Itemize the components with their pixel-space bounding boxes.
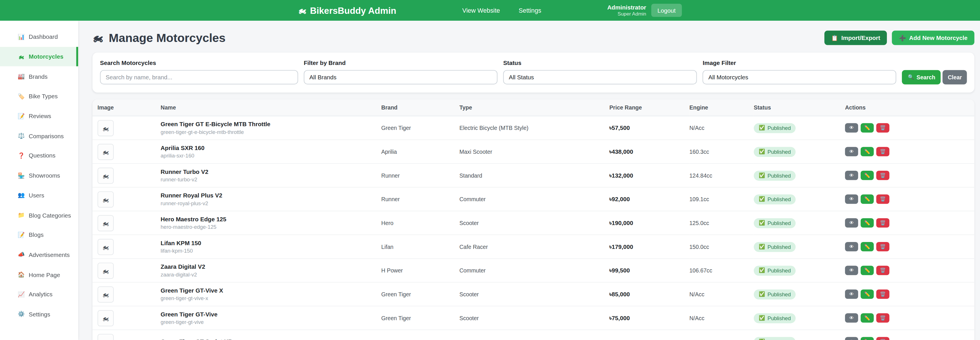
view-button[interactable]: 👁 [845, 123, 858, 133]
nav-link-view-website[interactable]: View Website [462, 7, 500, 14]
engine-cell: N/Acc [689, 116, 754, 140]
sidebar-item-label: Analytics [29, 291, 52, 298]
nav-link-settings[interactable]: Settings [519, 7, 541, 14]
scale-icon: ⚖️ [18, 133, 25, 139]
status-label: Published [767, 338, 791, 340]
sidebar-item-advertisements[interactable]: 📣Advertisements [0, 245, 78, 265]
sidebar-item-home-page[interactable]: 🏠Home Page [0, 265, 78, 284]
name-cell: Runner Turbo V2runner-turbo-v2 [161, 164, 381, 187]
view-button[interactable]: 👁 [845, 289, 858, 299]
trash-icon: 🗑️ [880, 220, 886, 226]
view-button[interactable]: 👁 [845, 337, 858, 340]
sidebar-item-showrooms[interactable]: 🏪Showrooms [0, 166, 78, 185]
check-icon: ✅ [759, 220, 765, 226]
sidebar-item-label: Reviews [29, 113, 51, 120]
sidebar-item-users[interactable]: 👥Users [0, 185, 78, 205]
motorcycle-slug: green-tiger-gt-vive [161, 319, 381, 325]
memo-icon: 📝 [18, 113, 25, 119]
edit-button[interactable]: ✏️ [861, 171, 874, 180]
delete-button[interactable]: 🗑️ [876, 147, 889, 156]
delete-button[interactable]: 🗑️ [876, 218, 889, 228]
price-cell: ৳132,000 [609, 164, 689, 187]
table-row: 🏍Hero Maestro Edge 125hero-maestro-edge-… [92, 211, 974, 235]
status-filter-label: Status [503, 59, 697, 66]
sidebar-item-reviews[interactable]: 📝Reviews [0, 106, 78, 126]
sidebar-item-blogs[interactable]: 📝Blogs [0, 225, 78, 245]
sidebar-item-dashboard[interactable]: 📊Dashboard [0, 27, 78, 47]
sidebar-item-motorcycles[interactable]: 🏍Motorcycles [0, 46, 78, 66]
sidebar-item-bike-types[interactable]: 🏷️Bike Types [0, 86, 78, 106]
sidebar-item-brands[interactable]: 🏭Brands [0, 66, 78, 86]
sidebar-item-settings[interactable]: ⚙️Settings [0, 304, 78, 324]
edit-button[interactable]: ✏️ [861, 218, 874, 228]
motorcycle-slug: aprilia-sxr-160 [161, 153, 381, 159]
name-cell: Green Tiger GT-Sprint XR [161, 330, 381, 340]
logout-button[interactable]: Logout [651, 4, 682, 17]
motorcycle-thumbnail: 🏍 [97, 334, 114, 340]
sidebar-item-questions[interactable]: ❓Questions [0, 146, 78, 166]
delete-button[interactable]: 🗑️ [876, 337, 889, 340]
sidebar-item-label: Brands [29, 73, 48, 80]
sidebar-item-blog-categories[interactable]: 📁Blog Categories [0, 205, 78, 225]
add-new-motorcycle-button[interactable]: ➕ Add New Motorcycle [892, 31, 974, 45]
delete-button[interactable]: 🗑️ [876, 123, 889, 133]
price-value: ৳85,000 [609, 290, 630, 297]
status-badge: ✅Published [754, 194, 796, 204]
edit-button[interactable]: ✏️ [861, 123, 874, 133]
brand-filter-select[interactable]: All Brands [304, 70, 498, 85]
sidebar-item-label: Comparisons [29, 132, 64, 139]
view-button[interactable]: 👁 [845, 147, 858, 156]
pencil-icon: ✏️ [864, 149, 870, 155]
delete-button[interactable]: 🗑️ [876, 289, 889, 299]
edit-button[interactable]: ✏️ [861, 147, 874, 156]
image-filter-group: Image Filter All Motorcycles [703, 59, 897, 85]
sidebar-item-comparisons[interactable]: ⚖️Comparisons [0, 126, 78, 146]
image-cell: 🏍 [92, 187, 161, 211]
clear-button[interactable]: Clear [943, 70, 967, 85]
edit-button[interactable]: ✏️ [861, 195, 874, 204]
status-label: Published [767, 315, 791, 321]
image-filter-select[interactable]: All Motorcycles [703, 70, 897, 85]
delete-button[interactable]: 🗑️ [876, 313, 889, 323]
delete-button[interactable]: 🗑️ [876, 266, 889, 275]
name-cell: Green Tiger GT-Vivegreen-tiger-gt-vive [161, 306, 381, 330]
status-cell: ✅Published [754, 211, 845, 235]
status-badge: ✅Published [754, 171, 796, 180]
edit-button[interactable]: ✏️ [861, 266, 874, 275]
brand-cell: H Power [381, 259, 460, 283]
sidebar-item-label: Users [29, 192, 44, 199]
search-input[interactable] [100, 70, 298, 85]
view-button[interactable]: 👁 [845, 242, 858, 252]
view-button[interactable]: 👁 [845, 171, 858, 180]
sidebar-item-label: Showrooms [29, 172, 60, 179]
price-cell: ৳75,000 [609, 306, 689, 330]
sidebar-item-analytics[interactable]: 📈Analytics [0, 284, 78, 304]
edit-button[interactable]: ✏️ [861, 242, 874, 252]
view-button[interactable]: 👁 [845, 218, 858, 228]
motorcycle-logo-icon: 🏍 [298, 6, 306, 15]
sidebar-item-label: Settings [29, 311, 50, 318]
import-export-button[interactable]: 📋 Import/Export [824, 31, 887, 45]
status-cell: ✅Published [754, 282, 845, 306]
table-header: ImageNameBrandTypePrice RangeEngineStatu… [92, 99, 974, 116]
edit-button[interactable]: ✏️ [861, 289, 874, 299]
delete-button[interactable]: 🗑️ [876, 171, 889, 180]
eye-icon: 👁 [849, 172, 854, 178]
price-value: ৳75,000 [609, 314, 630, 321]
sidebar-item-label: Advertisements [29, 251, 70, 258]
status-badge: ✅Published [754, 218, 796, 228]
status-filter-select[interactable]: All Status [503, 70, 697, 85]
delete-button[interactable]: 🗑️ [876, 195, 889, 204]
brand-cell: Green Tiger [381, 306, 460, 330]
delete-button[interactable]: 🗑️ [876, 242, 889, 252]
view-button[interactable]: 👁 [845, 195, 858, 204]
search-button[interactable]: 🔍 Search [902, 70, 941, 85]
edit-button[interactable]: ✏️ [861, 337, 874, 340]
view-button[interactable]: 👁 [845, 266, 858, 275]
edit-button[interactable]: ✏️ [861, 313, 874, 323]
top-header: 🏍 BikersBuddy Admin View WebsiteSettings… [0, 0, 980, 21]
brand-cell: Runner [381, 187, 460, 211]
view-button[interactable]: 👁 [845, 313, 858, 323]
engine-cell: 125.0cc [689, 211, 754, 235]
image-cell: 🏍 [92, 330, 161, 340]
